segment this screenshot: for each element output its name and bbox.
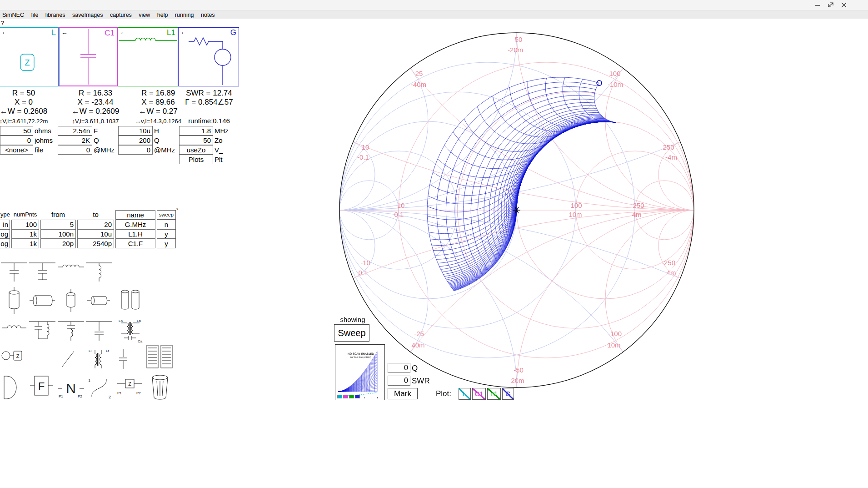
menu-running[interactable]: running <box>175 11 194 19</box>
sweep-row1-type[interactable]: og <box>0 229 10 239</box>
menu-file[interactable]: file <box>31 11 38 19</box>
c1-q-field[interactable] <box>58 136 92 145</box>
palette-transformer-icon[interactable]: La Lb Ca <box>115 316 145 346</box>
sweep-preview-plot[interactable] <box>335 344 385 400</box>
sweep-row0-name[interactable]: G.MHz <box>115 220 155 229</box>
palette-tline-horizontal-short-icon[interactable] <box>85 286 113 316</box>
svg-text:Z: Z <box>25 58 30 67</box>
smith-axis-label: 250 <box>633 201 644 209</box>
plot-toggle-C1[interactable]: C1 <box>472 388 486 400</box>
palette-shunt-capacitor-low-icon[interactable] <box>85 316 113 346</box>
q-field[interactable] <box>388 363 410 373</box>
palette-tline-horizontal-icon[interactable] <box>28 286 56 316</box>
sweep-row0-type[interactable]: in <box>0 220 10 229</box>
sweep-row0-sweep[interactable]: n <box>157 220 176 229</box>
maximize-icon[interactable] <box>826 1 835 9</box>
title-bar <box>0 0 868 10</box>
palette-series-inductor2-icon[interactable] <box>0 316 28 346</box>
palette-shunt-capacitor-grounded-icon[interactable] <box>28 257 56 286</box>
palette-tline-vertical-icon[interactable] <box>0 286 28 316</box>
readout-G-swr: SWR = 12.74 <box>180 89 239 98</box>
block-L[interactable]: ← L Z <box>0 27 59 86</box>
palette-shunt-series-lc-icon[interactable] <box>57 316 85 346</box>
load-file-button[interactable]: <none> <box>0 145 33 155</box>
palette-tline-vertical-short-icon[interactable] <box>57 286 85 316</box>
palette-twin-tline-icon[interactable] <box>115 286 145 316</box>
load-ohms-label: ohms <box>35 126 51 136</box>
palette-hatched-block-icon[interactable] <box>145 344 175 370</box>
minimize-icon[interactable] <box>813 1 822 9</box>
smith-axis-label: -50 <box>514 366 524 374</box>
g-plots-button[interactable]: Plots <box>179 155 213 164</box>
sweep-row2-from[interactable] <box>40 239 76 248</box>
block-G[interactable]: ← G <box>178 27 239 86</box>
load-file-label: file <box>35 145 43 155</box>
menu-simnec[interactable]: SimNEC <box>2 11 24 19</box>
sweep-row2-to[interactable] <box>77 239 114 248</box>
palette-slash-icon[interactable] <box>57 346 85 375</box>
menu-help[interactable]: help <box>157 11 168 19</box>
menu-captures[interactable]: captures <box>110 11 132 19</box>
palette-generator-z-icon[interactable]: Z <box>0 346 28 375</box>
load-ohms-field[interactable] <box>0 126 33 136</box>
sweep-row1-numpnts[interactable] <box>11 229 39 239</box>
smith-chart[interactable] <box>335 28 698 392</box>
block-L1[interactable]: ← L1 <box>118 27 178 86</box>
sweep-row2-sweep[interactable]: y <box>157 239 176 248</box>
swr-field[interactable] <box>388 376 410 386</box>
sweep-row2-numpnts[interactable] <box>11 239 39 248</box>
plot-toggle-G[interactable]: G <box>502 388 514 400</box>
block-L-arrow[interactable]: ← <box>1 28 8 35</box>
sweep-preview-canvas[interactable] <box>335 345 384 400</box>
sweep-row0-to[interactable] <box>77 220 114 229</box>
readout-C1-vi: ↕V,i=3.611,0.1037 <box>66 117 125 126</box>
g-mhz-field[interactable] <box>179 126 213 136</box>
g-usezo-button[interactable]: useZo <box>179 145 213 155</box>
sweep-row2-name[interactable]: C1.F <box>115 239 155 248</box>
sweep-row1-name[interactable]: L1.H <box>115 229 155 239</box>
sweep-row2-type[interactable]: og <box>0 239 10 248</box>
sweep-button[interactable]: Sweep <box>334 324 369 342</box>
sweep-row1-sweep[interactable]: y <box>157 229 176 239</box>
g-zo-field[interactable] <box>179 136 213 145</box>
palette-coupled-inductors-icon[interactable]: Ll Lr <box>85 346 113 375</box>
palette-z-twoport-icon[interactable]: Z P1 P2 <box>115 374 144 401</box>
c1-farads-field[interactable] <box>58 126 92 136</box>
plot-toggle-L1[interactable]: L1 <box>487 388 501 400</box>
sweep-row1-from[interactable] <box>40 229 76 239</box>
l1-atmhz-field[interactable] <box>118 145 153 155</box>
menu-notes[interactable]: notes <box>201 11 215 19</box>
svg-text:Z: Z <box>16 353 20 359</box>
sweep-row0-numpnts[interactable] <box>11 220 39 229</box>
palette-series-inductor-icon[interactable] <box>57 257 85 286</box>
smith-axis-label: 4m <box>632 211 642 218</box>
mark-button[interactable]: Mark <box>388 388 418 399</box>
l1-henries-field[interactable] <box>118 126 153 136</box>
smith-axis-label: 50 <box>515 35 523 43</box>
palette-shunt-capacitor-narrow-icon[interactable] <box>115 346 143 375</box>
l1-q-field[interactable] <box>118 136 153 145</box>
trash-can-icon[interactable] <box>146 372 174 400</box>
menu-view[interactable]: view <box>139 11 150 19</box>
g-plt-label: Plt <box>215 155 223 164</box>
menu-saveimages[interactable]: saveImages <box>72 11 103 19</box>
svg-text:La: La <box>119 319 123 323</box>
smith-axis-label: 0.1 <box>359 269 368 277</box>
palette-n-block-icon[interactable]: N P1 P2 <box>57 374 85 401</box>
menu-libraries[interactable]: libraries <box>45 11 65 19</box>
palette-f-block-icon[interactable]: F <box>28 374 55 401</box>
c1-atmhz-field[interactable] <box>58 145 92 155</box>
sweep-row1-to[interactable] <box>77 229 114 239</box>
svg-text:Lr: Lr <box>106 349 109 353</box>
block-C1[interactable]: ← C1 <box>59 27 118 86</box>
load-johms-field[interactable] <box>0 136 33 145</box>
sweep-row0-from[interactable] <box>40 220 76 229</box>
palette-shunt-parallel-lc-icon[interactable] <box>28 316 56 346</box>
palette-shunt-capacitor-icon[interactable] <box>0 257 28 286</box>
series-inductor-symbol <box>118 28 178 55</box>
palette-s-block-icon[interactable]: 1 2 <box>85 374 113 401</box>
close-icon[interactable] <box>839 1 848 9</box>
palette-shunt-inductor-icon[interactable] <box>85 257 113 286</box>
plot-toggle-L[interactable]: L <box>459 388 471 400</box>
palette-d-block-icon[interactable] <box>0 374 20 401</box>
